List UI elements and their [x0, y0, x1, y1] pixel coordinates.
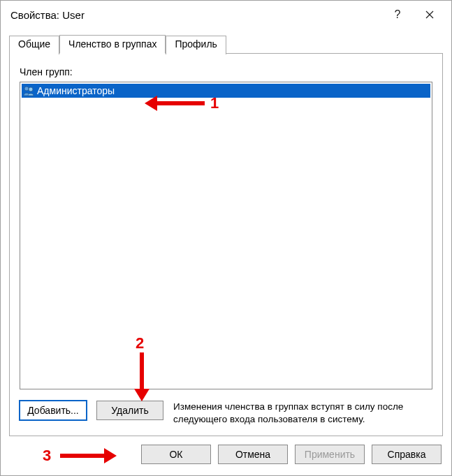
ok-button[interactable]: ОК [141, 445, 211, 464]
group-icon [22, 85, 35, 96]
tab-strip: Общие Членство в группах Профиль [9, 34, 443, 53]
tab-panel-membership: Член групп: Администраторы Добави [9, 53, 443, 436]
dialog-body: Общие Членство в группах Профиль Член гр… [1, 29, 451, 436]
apply-button[interactable]: Применить [295, 445, 365, 464]
membership-note: Изменения членства в группах вступят в с… [173, 401, 432, 426]
properties-dialog: Свойства: User ? Общие Членство в группа… [0, 0, 452, 476]
groups-label: Член групп: [20, 66, 432, 77]
close-icon [425, 10, 434, 19]
help-button[interactable]: ? [381, 1, 414, 29]
svg-point-3 [29, 87, 33, 91]
cancel-button[interactable]: Отмена [218, 445, 288, 464]
list-actions-row: Добавить... Удалить Изменения членства в… [20, 401, 432, 426]
groups-listbox[interactable]: Администраторы [20, 82, 432, 389]
titlebar: Свойства: User ? [1, 1, 451, 29]
window-title: Свойства: User [10, 9, 381, 21]
tab-profile[interactable]: Профиль [166, 36, 226, 54]
svg-point-2 [24, 87, 29, 91]
dialog-footer: ОК Отмена Применить Справка [1, 436, 451, 475]
list-item[interactable]: Администраторы [22, 84, 430, 98]
remove-button[interactable]: Удалить [96, 401, 163, 420]
list-item-label: Администраторы [37, 85, 115, 96]
close-button[interactable] [414, 1, 446, 29]
help-button-footer[interactable]: Справка [372, 445, 442, 464]
tab-general[interactable]: Общие [9, 36, 59, 54]
add-button[interactable]: Добавить... [20, 401, 87, 420]
tab-membership[interactable]: Членство в группах [59, 35, 166, 54]
